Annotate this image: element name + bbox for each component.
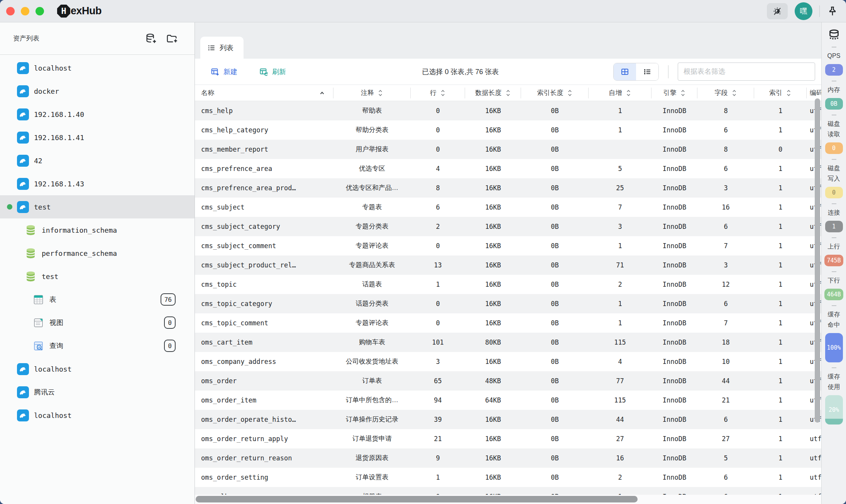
sidebar-item[interactable]: 腾讯云 — [0, 381, 195, 404]
table-row[interactable]: cms_prefrence_area 优选专区 4 16KB 0B 5 Inno… — [195, 159, 821, 178]
zoom-button[interactable] — [36, 7, 44, 15]
table-row[interactable]: cms_member_report 用户举报表 0 16KB 0B InnoDB… — [195, 140, 821, 159]
cell-data-length: 16KB — [465, 352, 521, 371]
sidebar-item[interactable]: 视图 0 — [0, 311, 195, 334]
add-folder-icon[interactable] — [166, 33, 178, 44]
new-table-button[interactable]: 新建 — [210, 67, 237, 76]
cell-index-length: 0B — [521, 198, 589, 217]
titlebar-divider — [819, 5, 820, 17]
main-area: 列表 新建 — [195, 22, 821, 504]
stat-item: 上行 745B — [824, 237, 843, 266]
vertical-scrollbar[interactable] — [815, 98, 820, 423]
cell-auto-increment: 5 — [589, 159, 651, 178]
table-row[interactable]: cms_help_category 帮助分类表 0 16KB 0B 1 Inno… — [195, 120, 821, 140]
column-header-indexes[interactable]: 索引 — [754, 88, 807, 98]
column-header-comment[interactable]: 注释 — [333, 88, 411, 98]
column-header-engine[interactable]: 引擎 — [651, 88, 697, 98]
stat-value: 0 — [832, 189, 836, 196]
column-header-index-length[interactable]: 索引长度 — [521, 88, 589, 98]
sidebar-item-label: 192.168.1.43 — [34, 180, 84, 188]
list-view-button[interactable] — [636, 63, 658, 80]
cell-comment: 订单中所包含的… — [333, 391, 411, 410]
table-row[interactable]: oms_company_address 公司收发货地址表 3 16KB 0B 4… — [195, 352, 821, 371]
table-row[interactable]: cms_topic_category 话题分类表 0 16KB 0B 1 Inn… — [195, 294, 821, 313]
table-row[interactable]: oms_order_setting 订单设置表 1 16KB 0B 2 Inno… — [195, 468, 821, 487]
cell-comment: 订单表 — [333, 371, 411, 391]
refresh-button[interactable]: 刷新 — [259, 67, 286, 76]
sidebar-item-label: test — [42, 272, 58, 281]
tab-list[interactable]: 列表 — [200, 37, 244, 59]
connected-dot — [7, 204, 12, 210]
add-database-icon[interactable] — [145, 33, 157, 44]
sidebar-item[interactable]: 查询 0 — [0, 334, 195, 357]
table-row[interactable]: cms_subject_product_rel… 专题商品关系表 13 16KB… — [195, 255, 821, 275]
sidebar-item[interactable]: 42 — [0, 149, 195, 172]
cell-indexes: 1 — [754, 487, 807, 495]
table-row[interactable]: oms_order 订单表 65 48KB 0B 77 InnoDB 44 1 … — [195, 371, 821, 391]
table-row[interactable]: cms_subject_category 专题分类表 2 16KB 0B 3 I… — [195, 217, 821, 236]
sidebar-item[interactable]: information_schema — [0, 218, 195, 242]
cell-data-length: 16KB — [465, 468, 521, 487]
horizontal-scrollbar-thumb[interactable] — [196, 496, 638, 502]
table-row[interactable]: oms_order_return_reason 退货原因表 9 16KB 0B … — [195, 448, 821, 468]
column-header-rows[interactable]: 行 — [411, 88, 465, 98]
column-header-name[interactable]: 名称 — [195, 88, 333, 98]
sidebar-item[interactable]: localhost — [0, 56, 195, 79]
avatar[interactable]: 嘿 — [795, 2, 812, 20]
stat-divider — [832, 237, 836, 238]
sidebar-item[interactable]: localhost — [0, 404, 195, 427]
refresh-icon — [259, 67, 268, 76]
column-header-fields[interactable]: 字段 — [697, 88, 754, 98]
table-row[interactable]: oms_order_operate_histo… 订单操作历史记录 39 16K… — [195, 410, 821, 429]
cell-name: oms_order_operate_histo… — [195, 410, 333, 429]
cell-index-length: 0B — [521, 236, 589, 255]
stat-label: 缓存使用 — [827, 371, 841, 392]
cell-auto-increment: 1 — [589, 313, 651, 333]
table-row[interactable]: cms_help 帮助表 0 16KB 0B 1 InnoDB 8 1 utf8 — [195, 101, 821, 120]
cell-data-length: 16KB — [465, 429, 521, 448]
column-header-data-length[interactable]: 数据长度 — [465, 88, 521, 98]
table-row[interactable]: cms_topic_comment 专题评论表 0 16KB 0B 1 Inno… — [195, 313, 821, 333]
column-header-collation[interactable]: 编码 — [807, 88, 821, 98]
grid-view-button[interactable] — [614, 63, 636, 80]
sidebar-item[interactable]: localhost — [0, 357, 195, 381]
refresh-label: 刷新 — [272, 67, 286, 76]
cell-fields: 16 — [697, 198, 754, 217]
cell-data-length: 16KB — [465, 294, 521, 313]
database-outline-icon[interactable] — [827, 29, 841, 42]
minimize-button[interactable] — [21, 7, 29, 15]
app-title: exHub — [71, 5, 102, 17]
close-button[interactable] — [6, 7, 15, 15]
sidebar-item[interactable]: 192.168.1.41 — [0, 126, 195, 149]
table-row[interactable]: oms_order_return_apply 订单退货申请 21 16KB 0B… — [195, 429, 821, 448]
column-header-auto-increment[interactable]: 自增 — [589, 88, 651, 98]
sidebar-item[interactable]: test — [0, 265, 195, 288]
sidebar-item[interactable]: 192.168.1.43 — [0, 172, 195, 195]
table-row[interactable]: cms_topic 话题表 1 16KB 0B 2 InnoDB 12 1 ut… — [195, 275, 821, 294]
cell-name: cms_subject_comment — [195, 236, 333, 255]
table-row[interactable]: cms_subject_comment 专题评论表 0 16KB 0B 1 In… — [195, 236, 821, 255]
sidebar-item[interactable]: 192.168.1.40 — [0, 103, 195, 126]
table-row[interactable]: cms_subject 专题表 6 16KB 0B 7 InnoDB 16 1 … — [195, 198, 821, 217]
toolbar-divider — [668, 65, 668, 78]
sidebar-item[interactable]: performance_schema — [0, 242, 195, 265]
sidebar-item[interactable]: docker — [0, 79, 195, 103]
cell-auto-increment: 44 — [589, 410, 651, 429]
sidebar-item[interactable]: 表 76 — [0, 288, 195, 311]
cell-indexes: 1 — [754, 217, 807, 236]
table-row[interactable]: oms_album 相册表 0 16KB 0B 1 InnoDB 6 1 utf… — [195, 487, 821, 495]
new-table-label: 新建 — [223, 67, 237, 76]
sidebar-item[interactable]: test — [0, 195, 195, 218]
cell-fields: 12 — [697, 275, 754, 294]
table-row[interactable]: oms_order_item 订单中所包含的… 94 64KB 0B 115 I… — [195, 391, 821, 410]
cell-auto-increment: 1 — [589, 101, 651, 120]
cell-indexes: 1 — [754, 236, 807, 255]
cell-name: cms_subject_category — [195, 217, 333, 236]
pin-icon[interactable] — [827, 5, 838, 17]
theme-toggle-button[interactable] — [767, 3, 788, 19]
horizontal-scrollbar-track[interactable] — [195, 495, 821, 504]
table-filter-input[interactable] — [678, 63, 815, 81]
table-row[interactable]: oms_cart_item 购物车表 101 80KB 0B 115 InnoD… — [195, 333, 821, 352]
table-row[interactable]: cms_prefrence_area_prod… 优选专区和产品… 8 16KB… — [195, 178, 821, 198]
stat-fill — [825, 419, 843, 425]
